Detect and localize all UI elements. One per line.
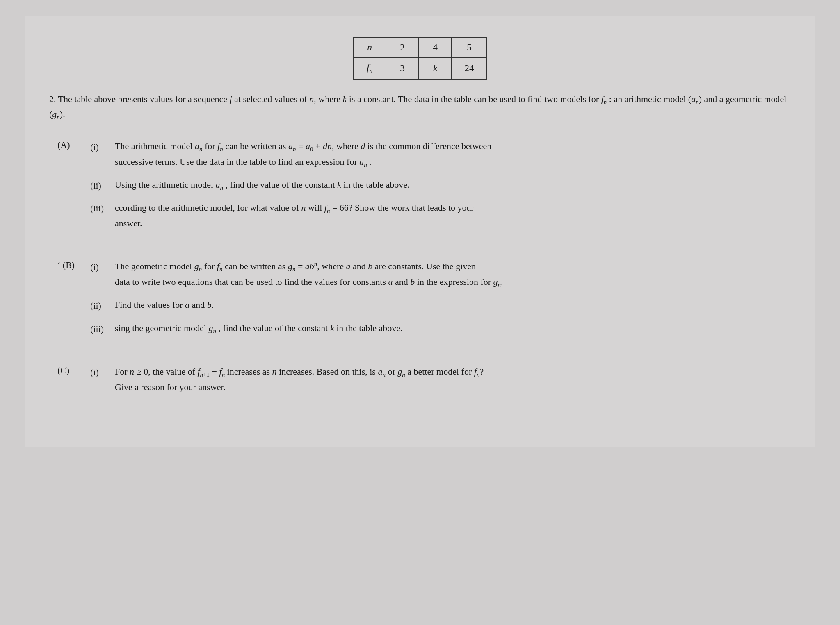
table-n-2: 2 <box>386 37 419 57</box>
subpart-A-ii: (ii) Using the arithmetic model an , fin… <box>90 177 791 193</box>
subpart-C-i: (i) For n ≥ 0, the value of fn+1 − fn in… <box>90 364 791 395</box>
problem-intro: 2. The table above presents values for a… <box>49 92 791 123</box>
table-header-fn: fn <box>353 57 386 79</box>
page-container: n 2 4 5 fn 3 k 24 2. The table above pre… <box>25 16 815 447</box>
subpart-C-i-number: (i) <box>90 364 115 380</box>
table-header-n: n <box>353 37 386 57</box>
problem-number: 2. <box>49 94 56 104</box>
subpart-B-iii-text: sing the geometric model gn , find the v… <box>115 321 791 336</box>
part-A-label: (A) (i) The arithmetic model an for fn c… <box>57 139 791 239</box>
subpart-B-i-number: (i) <box>90 259 115 275</box>
part-B-letter: ‘ (B) <box>57 259 90 270</box>
subpart-A-ii-text: Using the arithmetic model an , find the… <box>115 177 791 193</box>
subpart-A-i-text: The arithmetic model an for fn can be wr… <box>115 139 791 170</box>
subpart-A-iii-number: (iii) <box>90 200 115 216</box>
table-n-5: 5 <box>452 37 487 57</box>
subpart-B-ii-number: (ii) <box>90 298 115 313</box>
part-A-letter: (A) <box>57 139 90 150</box>
subpart-B-i-text: The geometric model gn for fn can be wri… <box>115 259 791 291</box>
part-B: ‘ (B) (i) The geometric model gn for fn … <box>57 259 791 344</box>
part-C-label: (C) (i) For n ≥ 0, the value of fn+1 − f… <box>57 364 791 402</box>
subpart-C-i-text: For n ≥ 0, the value of fn+1 − fn increa… <box>115 364 791 395</box>
data-table: n 2 4 5 fn 3 k 24 <box>353 37 487 80</box>
part-C-content: (i) For n ≥ 0, the value of fn+1 − fn in… <box>90 364 791 402</box>
table-fn-k: k <box>419 57 452 79</box>
subpart-A-iii-text: ccording to the arithmetic model, for wh… <box>115 200 791 231</box>
table-fn-3: 3 <box>386 57 419 79</box>
table-n-4: 4 <box>419 37 452 57</box>
subpart-B-iii-number: (iii) <box>90 321 115 336</box>
subpart-B-ii-text: Find the values for a and b. <box>115 298 791 312</box>
subpart-A-ii-number: (ii) <box>90 177 115 193</box>
subpart-A-iii: (iii) ccording to the arithmetic model, … <box>90 200 791 231</box>
subpart-B-i: (i) The geometric model gn for fn can be… <box>90 259 791 291</box>
subpart-A-i: (i) The arithmetic model an for fn can b… <box>90 139 791 170</box>
parts-container: (A) (i) The arithmetic model an for fn c… <box>57 139 791 402</box>
part-B-content: (i) The geometric model gn for fn can be… <box>90 259 791 344</box>
subpart-B-iii: (iii) sing the geometric model gn , find… <box>90 321 791 336</box>
part-C: (C) (i) For n ≥ 0, the value of fn+1 − f… <box>57 364 791 402</box>
part-C-letter: (C) <box>57 364 90 376</box>
part-A-content: (i) The arithmetic model an for fn can b… <box>90 139 791 239</box>
table-fn-24: 24 <box>452 57 487 79</box>
subpart-B-ii: (ii) Find the values for a and b. <box>90 298 791 313</box>
part-B-label: ‘ (B) (i) The geometric model gn for fn … <box>57 259 791 344</box>
table-wrapper: n 2 4 5 fn 3 k 24 <box>49 37 791 80</box>
part-A: (A) (i) The arithmetic model an for fn c… <box>57 139 791 239</box>
subpart-A-i-number: (i) <box>90 139 115 155</box>
